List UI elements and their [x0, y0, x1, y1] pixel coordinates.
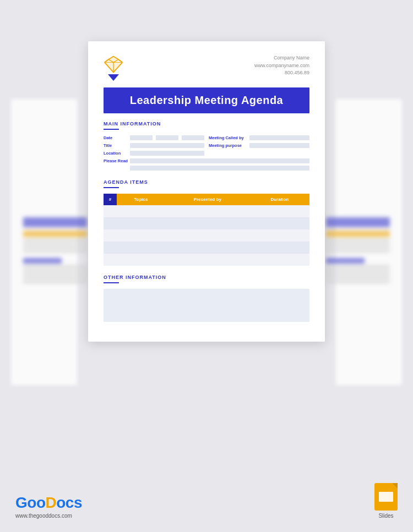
- bg-card-right: [336, 99, 402, 385]
- company-phone: 800.456.89: [254, 69, 309, 77]
- goodocs-url: www.thegooddocs.com: [15, 513, 82, 519]
- main-document: Company Name www.companyname.com 800.456…: [88, 41, 325, 342]
- other-info-underline: [104, 282, 119, 283]
- date-field-3[interactable]: [182, 135, 204, 140]
- row-2-topic: [117, 217, 165, 229]
- row-4-duration: [250, 242, 309, 254]
- other-content-field[interactable]: [104, 289, 309, 322]
- row-5-presenter: [165, 254, 250, 266]
- slides-badge-icon: [374, 483, 398, 511]
- slides-label: Slides: [378, 513, 393, 519]
- meeting-purpose-label: Meeting purpose: [209, 143, 247, 148]
- title-banner: Leadership Meeting Agenda: [104, 87, 309, 113]
- info-grid: Date Title Location Meeting Called by: [104, 135, 309, 156]
- col-topics: Topics: [117, 194, 165, 205]
- row-1-duration: [250, 205, 309, 217]
- document-title: Leadership Meeting Agenda: [130, 94, 283, 106]
- title-row: Title: [104, 143, 204, 148]
- agenda-table: # Topics Presented by Duration: [104, 194, 309, 266]
- info-col-left: Date Title Location: [104, 135, 204, 156]
- bottom-branding: GooDocs www.thegooddocs.com: [15, 494, 82, 519]
- document-header: Company Name www.companyname.com 800.456…: [104, 54, 309, 81]
- meeting-purpose-row: Meeting purpose: [209, 143, 309, 148]
- agenda-label: AGENDA ITEMS: [104, 179, 309, 185]
- agenda-underline: [104, 187, 119, 188]
- main-info-underline: [104, 129, 119, 130]
- please-read-field-1[interactable]: [130, 158, 309, 163]
- location-field[interactable]: [130, 151, 204, 156]
- other-section: OTHER INFORMATION: [104, 275, 309, 322]
- row-2-presenter: [165, 217, 250, 229]
- date-label: Date: [104, 135, 128, 140]
- other-info-label: OTHER INFORMATION: [104, 275, 309, 280]
- meeting-called-field[interactable]: [249, 135, 309, 140]
- table-row: [104, 254, 309, 266]
- company-name: Company Name: [254, 54, 309, 62]
- row-5-topic: [117, 254, 165, 266]
- company-info: Company Name www.companyname.com 800.456…: [254, 54, 309, 77]
- table-row: [104, 229, 309, 242]
- main-info-section: MAIN INFORMATION Date Title Location: [104, 121, 309, 171]
- row-2-num: [104, 217, 117, 229]
- date-field-2[interactable]: [156, 135, 178, 140]
- meeting-called-label: Meeting Called by: [209, 135, 247, 140]
- logo-icon-wrapper: [104, 54, 123, 81]
- col-presented-by: Presented by: [165, 194, 250, 205]
- meeting-purpose-field[interactable]: [249, 143, 309, 148]
- please-read-row: Please Read: [104, 158, 309, 171]
- col-duration: Duration: [250, 194, 309, 205]
- row-4-topic: [117, 242, 165, 254]
- agenda-section: AGENDA ITEMS # Topics Presented by Durat…: [104, 179, 309, 266]
- row-4-presenter: [165, 242, 250, 254]
- row-3-topic: [117, 229, 165, 242]
- triangle-pointer: [108, 74, 119, 81]
- row-3-duration: [250, 229, 309, 242]
- table-row: [104, 217, 309, 229]
- col-number: #: [104, 194, 117, 205]
- location-label: Location: [104, 151, 128, 156]
- main-info-label: MAIN INFORMATION: [104, 121, 309, 127]
- location-row: Location: [104, 151, 204, 156]
- row-1-num: [104, 205, 117, 217]
- please-read-label: Please Read: [104, 158, 128, 163]
- title-field[interactable]: [130, 143, 204, 148]
- slides-badge-container: Slides: [374, 483, 398, 519]
- slides-badge-inner: [379, 492, 393, 502]
- date-field-1[interactable]: [130, 135, 153, 140]
- row-3-num: [104, 229, 117, 242]
- date-row: Date: [104, 135, 204, 140]
- sketch-icon: [104, 54, 123, 74]
- please-read-fields: [130, 158, 309, 171]
- table-row: [104, 205, 309, 217]
- row-1-topic: [117, 205, 165, 217]
- bg-card-left: [11, 99, 77, 385]
- table-row: [104, 242, 309, 254]
- row-3-presenter: [165, 229, 250, 242]
- row-5-duration: [250, 254, 309, 266]
- meeting-called-row: Meeting Called by: [209, 135, 309, 140]
- title-label: Title: [104, 143, 128, 148]
- info-col-right: Meeting Called by Meeting purpose: [209, 135, 309, 156]
- please-read-field-2[interactable]: [130, 166, 309, 171]
- table-header-row: # Topics Presented by Duration: [104, 194, 309, 205]
- row-2-duration: [250, 217, 309, 229]
- row-5-num: [104, 254, 117, 266]
- row-4-num: [104, 242, 117, 254]
- row-1-presenter: [165, 205, 250, 217]
- goodocs-logo: GooDocs: [15, 494, 82, 512]
- company-website: www.companyname.com: [254, 62, 309, 70]
